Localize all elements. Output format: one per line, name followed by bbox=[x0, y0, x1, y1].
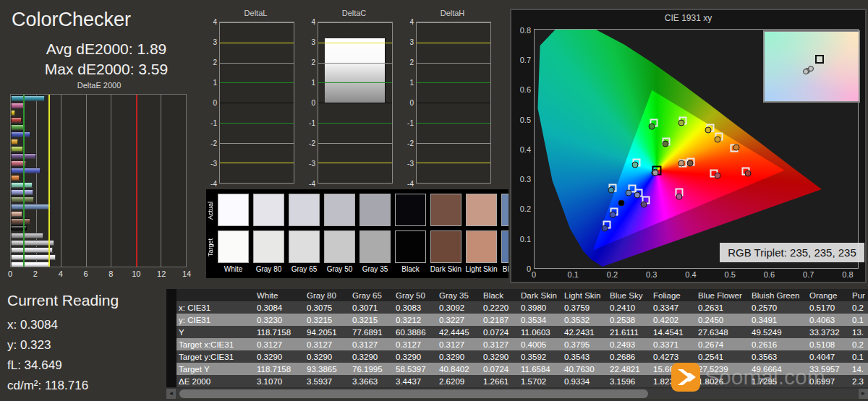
table-cell: 11.0603 bbox=[519, 326, 562, 338]
gridline bbox=[417, 103, 490, 103]
table-cell: 0.3980 bbox=[519, 301, 562, 314]
y-tick-label: 0.2 bbox=[513, 204, 531, 213]
target-swatch-gray-80 bbox=[253, 230, 284, 263]
x-tick-label: 6 bbox=[84, 270, 88, 278]
target-swatch-light-skin bbox=[466, 230, 497, 263]
row-label: x: CIE31 bbox=[176, 301, 255, 314]
table-cell: 15.6682 bbox=[651, 363, 696, 375]
measured-marker bbox=[602, 225, 608, 232]
actual-row-label: Actual bbox=[207, 194, 216, 227]
bar-row bbox=[11, 210, 186, 217]
measured-marker bbox=[745, 171, 752, 177]
table-cell: 3.1596 bbox=[608, 375, 651, 387]
gridline bbox=[417, 123, 490, 124]
table-cell: 118.7158 bbox=[255, 326, 305, 338]
row-label: y: CIE31 bbox=[176, 314, 255, 326]
deltal-chart: DeltaL 43210-1-2-3-4 bbox=[206, 7, 305, 189]
scroll-right-button[interactable]: ► bbox=[859, 389, 868, 399]
y-tick-label: -4 bbox=[403, 180, 414, 188]
gridline bbox=[318, 163, 392, 163]
table-cell: 0.2 bbox=[850, 338, 868, 350]
column-header: Dark Skin bbox=[519, 289, 562, 301]
swatch-label: White bbox=[216, 265, 251, 273]
bar-row bbox=[11, 254, 186, 261]
actual-swatch-black bbox=[395, 194, 426, 226]
y-tick-label: 3 bbox=[305, 38, 315, 46]
table-cell: 2.6209 bbox=[437, 375, 481, 387]
column-header: Gray 65 bbox=[350, 289, 393, 301]
x-tick-label: 12 bbox=[157, 270, 166, 278]
measured-marker bbox=[676, 194, 682, 200]
gridline bbox=[417, 163, 490, 163]
table-cell: 0.3290 bbox=[350, 350, 393, 363]
swatch-label: Gray 50 bbox=[322, 265, 357, 273]
de-bar-purplish-blue bbox=[11, 168, 41, 173]
scroll-left-button[interactable]: ◄ bbox=[166, 389, 176, 399]
inset-target-marker bbox=[815, 55, 824, 64]
table-row: Y118.715894.205177.689160.388642.44450.0… bbox=[166, 326, 868, 338]
measured-marker bbox=[618, 200, 624, 207]
x-tick-label: 0.2 bbox=[607, 270, 618, 279]
reading-fl: fL: 34.649 bbox=[7, 355, 119, 376]
table-cell: 0.3083 bbox=[393, 301, 437, 314]
deltac-chart-title: DeltaC bbox=[305, 9, 404, 17]
de-bar-cyan bbox=[11, 95, 45, 101]
table-row: Target x:CIE310.31270.31270.31270.31270.… bbox=[166, 338, 868, 350]
table-cell: 11.6584 bbox=[519, 363, 562, 375]
deltac-plot bbox=[318, 22, 393, 184]
de-bar-blue-flower bbox=[11, 189, 33, 195]
measured-marker bbox=[686, 160, 693, 166]
y-tick-label: -4 bbox=[206, 180, 217, 188]
table-cell: 0.0724 bbox=[481, 363, 519, 375]
target-swatch-blue-sky bbox=[501, 230, 509, 263]
table-scrollbar[interactable]: ◄ ► bbox=[166, 389, 868, 399]
table-cell: 0.3795 bbox=[562, 338, 608, 350]
max-de2000: Max dE2000: 3.59 bbox=[16, 59, 197, 79]
table-cell: 0.3127 bbox=[350, 338, 393, 350]
table-cell: 27.6348 bbox=[696, 326, 749, 338]
x-tick-label: 2 bbox=[33, 270, 38, 278]
gridline bbox=[318, 183, 392, 184]
table-cell: 0.3759 bbox=[562, 301, 608, 314]
gridline bbox=[417, 22, 490, 23]
gridline bbox=[417, 63, 490, 64]
y-tick-label: -1 bbox=[305, 119, 315, 127]
de-bar-gray-35 bbox=[11, 233, 43, 238]
gridline bbox=[186, 95, 187, 267]
table-cell: 0.3084 bbox=[255, 301, 305, 314]
table-row: y: CIE310.32300.32150.32150.32120.32270.… bbox=[166, 314, 868, 326]
table-cell: 0.1 bbox=[850, 350, 868, 363]
y-tick-label: -1 bbox=[206, 119, 217, 127]
table-cell: 22.4821 bbox=[608, 363, 651, 375]
table-cell: 1.8234 bbox=[651, 375, 696, 387]
column-header: White bbox=[255, 289, 305, 301]
gridline bbox=[318, 143, 392, 144]
table-row: ΔE 20003.10703.59373.36633.44372.62091.2… bbox=[166, 375, 868, 387]
de-bar-blue-sky bbox=[11, 204, 51, 210]
y-tick-label: 2 bbox=[403, 59, 414, 66]
table-cell: 14. bbox=[850, 363, 868, 375]
column-header: Blue Flower bbox=[696, 289, 749, 301]
table-row: Target Y118.715893.386576.199558.539740.… bbox=[166, 363, 868, 375]
current-reading-title: Current Reading bbox=[7, 292, 119, 309]
table-cell: 0.3092 bbox=[437, 301, 481, 314]
y-tick-label: -1 bbox=[403, 119, 414, 127]
de-bar-white bbox=[11, 262, 50, 267]
avg-de2000: Avg dE2000: 1.89 bbox=[16, 39, 197, 59]
x-tick-label: 0.7 bbox=[803, 270, 814, 279]
deltal-plot bbox=[219, 22, 294, 184]
row-label: Target y:CIE31 bbox=[176, 350, 255, 363]
table-cell: 1.8026 bbox=[696, 375, 749, 387]
bar-row bbox=[11, 167, 186, 174]
y-tick-label: 0 bbox=[206, 99, 217, 107]
rgb-triplet-label: RGB Triplet: 235, 235, 235 bbox=[720, 243, 864, 262]
swatch-label: Dark Skin bbox=[428, 265, 464, 273]
table-cell: 3.3663 bbox=[350, 375, 393, 387]
actual-swatch-gray-35 bbox=[359, 194, 391, 226]
measured-marker bbox=[634, 192, 641, 199]
table-cell: 0.3212 bbox=[393, 314, 437, 326]
scrollbar-thumb[interactable] bbox=[179, 389, 648, 398]
y-tick-label: -2 bbox=[206, 139, 217, 147]
table-cell: 0.3127 bbox=[437, 338, 481, 350]
bar-row bbox=[11, 102, 186, 109]
